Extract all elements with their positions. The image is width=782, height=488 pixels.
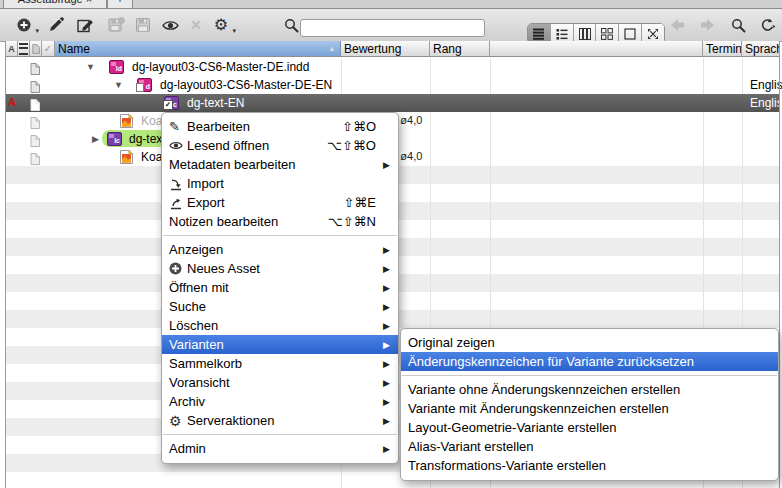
menu-item-admin[interactable]: Admin ▶ — [162, 439, 398, 458]
add-asset-icon — [16, 17, 32, 33]
menu-item-notizen-bearbeiten[interactable]: Notizen bearbeiten ⌥⇧⌘N — [162, 212, 398, 231]
column-page[interactable] — [30, 41, 42, 57]
asset-name: dg-layout03-CS6-Master-DE.indd — [132, 60, 309, 74]
add-asset-button[interactable]: ▾ — [14, 16, 34, 34]
column-termin[interactable]: Termin — [703, 41, 742, 57]
edit-button[interactable] — [46, 16, 66, 34]
add-tab-icon: + — [108, 0, 132, 5]
submenu-arrow-icon: ▶ — [379, 378, 390, 388]
asset-query-window: Assetabfrage × + ▾ ✕ ⚙ ▾ — [0, 0, 782, 488]
search-icon — [284, 18, 299, 33]
save-button[interactable] — [133, 16, 153, 34]
column-spacer[interactable] — [490, 41, 703, 57]
delete-button[interactable]: ✕ — [186, 16, 206, 34]
shortcut: ⇧⌘O — [342, 119, 376, 134]
search-icon — [731, 18, 746, 33]
tab-label: Assetabfrage × — [4, 0, 106, 5]
menu-item-export[interactable]: Export ⇧⌘E — [162, 193, 398, 212]
nav-forward-button[interactable] — [697, 16, 717, 34]
submenu-item-aenderungskennzeichen-zuruecksetzen[interactable]: Änderungskennzeichen für Variante zurück… — [401, 352, 778, 371]
column-rang[interactable]: Rang — [430, 41, 490, 57]
menu-item-lesend-oeffnen[interactable]: Lesend öffnen ⌥⇧⌘O — [162, 136, 398, 155]
column-bewertung[interactable]: Bewertung — [341, 41, 430, 57]
rating-average: ø4,0 — [400, 150, 422, 162]
menu-item-import[interactable]: Import — [162, 174, 398, 193]
submenu-item-alias-variant[interactable]: Alias-Variant erstellen — [401, 437, 778, 456]
column-check[interactable]: ✓ — [42, 41, 55, 57]
menu-item-varianten[interactable]: Varianten ▶ — [162, 335, 398, 354]
submenu-arrow-icon: ▶ — [379, 359, 390, 369]
tab-add-button[interactable]: + — [107, 0, 133, 9]
submenu-arrow-icon: ▶ — [379, 245, 390, 255]
menu-separator — [162, 231, 398, 240]
zoom-search-button[interactable] — [728, 16, 748, 34]
menu-item-voransicht[interactable]: Voransicht ▶ — [162, 373, 398, 392]
search-input[interactable] — [300, 19, 485, 37]
page-overlay-icon — [136, 83, 144, 92]
context-menu: ✎ Bearbeiten ⇧⌘O Lesend öffnen ⌥⇧⌘O Meta… — [161, 112, 399, 464]
submenu-arrow-icon: ▶ — [379, 264, 390, 274]
shortcut: ⇧⌘E — [343, 195, 376, 210]
menu-item-neues-asset[interactable]: Neues Asset ▶ — [162, 259, 398, 278]
menu-item-serveraktionen[interactable]: ⚙ Serveraktionen ▶ — [162, 411, 398, 430]
incopy-file-icon: c✓ — [164, 96, 179, 110]
tab-assetabfrage[interactable]: Assetabfrage × — [3, 0, 107, 9]
table-row-selected[interactable]: A c✓ dg-text-EN English — [6, 94, 779, 112]
refresh-button[interactable] — [757, 16, 777, 34]
expander-open-icon[interactable]: ▼ — [114, 80, 123, 90]
table-row[interactable]: ▼ d dg-layout03-CS6-Master-DE-EN English — [6, 76, 779, 94]
menu-item-suche[interactable]: Suche ▶ — [162, 297, 398, 316]
language-value: English — [750, 78, 782, 92]
table-row[interactable]: ▼ Id dg-layout03-CS6-Master-DE.indd — [6, 58, 779, 76]
save-version-icon — [108, 17, 125, 33]
menu-item-loeschen[interactable]: Löschen ▶ — [162, 316, 398, 335]
shortcut: ⌥⇧⌘O — [327, 138, 376, 153]
view-button[interactable] — [160, 16, 180, 34]
column-sprache-label: Sprache — [742, 42, 779, 56]
nav-back-button[interactable] — [668, 16, 688, 34]
menu-item-anzeigen[interactable]: Anzeigen ▶ — [162, 240, 398, 259]
expander-open-icon[interactable]: ▼ — [86, 62, 95, 72]
actions-button[interactable]: ⚙ ▾ — [211, 16, 231, 34]
tab-close-icon[interactable]: × — [86, 0, 92, 5]
column-sprache[interactable]: Sprache — [742, 41, 779, 57]
menu-item-oeffnen-mit[interactable]: Öffnen mit ▶ — [162, 278, 398, 297]
submenu-arrow-icon: ▶ — [379, 340, 390, 350]
list-column-icon — [18, 43, 29, 55]
forward-icon — [699, 18, 715, 32]
image-file-icon — [120, 150, 135, 164]
refresh-icon — [760, 18, 775, 33]
column-view-icon — [579, 28, 591, 40]
caret-down-icon: ▾ — [35, 27, 39, 35]
check-column-icon: ✓ — [42, 43, 54, 54]
column-termin-label: Termin — [703, 42, 741, 56]
save-icon — [135, 17, 151, 33]
submenu-item-layout-geometrie-variante[interactable]: Layout-Geometrie-Variante erstellen — [401, 418, 778, 437]
edit-metadata-button[interactable] — [76, 16, 96, 34]
submenu-arrow-icon: ▶ — [379, 302, 390, 312]
sort-asc-icon: ▲ — [328, 44, 336, 53]
asset-name: dg-text-EN — [187, 96, 244, 110]
submenu-item-transformations-variante[interactable]: Transformations-Variante erstellen — [401, 456, 778, 475]
menu-separator — [401, 371, 778, 380]
submenu-item-original-zeigen[interactable]: Original zeigen — [401, 333, 778, 352]
import-icon — [169, 177, 187, 191]
column-rang-label: Rang — [430, 42, 462, 56]
asset-name: dg-layout03-CS6-Master-DE-EN — [160, 78, 332, 92]
menu-item-sammelkorb[interactable]: Sammelkorb ▶ — [162, 354, 398, 373]
column-type[interactable]: A — [6, 41, 18, 57]
menu-item-bearbeiten[interactable]: ✎ Bearbeiten ⇧⌘O — [162, 117, 398, 136]
tab-bar: Assetabfrage × + — [0, 0, 782, 9]
export-icon — [169, 196, 187, 210]
submenu-item-variante-ohne-aenderungskennzeichen[interactable]: Variante ohne Änderungskennzeichen erste… — [401, 380, 778, 399]
expander-closed-icon[interactable]: ▶ — [92, 134, 99, 144]
menu-item-archiv[interactable]: Archiv ▶ — [162, 392, 398, 411]
menu-item-metadaten-bearbeiten[interactable]: Metadaten bearbeiten ▶ — [162, 155, 398, 174]
thumbnail-view-icon — [601, 28, 613, 40]
gear-icon: ⚙ — [169, 414, 187, 428]
submenu-arrow-icon: ▶ — [379, 416, 390, 426]
column-name[interactable]: Name ▲ — [55, 41, 341, 57]
submenu-item-variante-mit-aenderungskennzeichen[interactable]: Variante mit Änderungskennzeichen erstel… — [401, 399, 778, 418]
column-list[interactable] — [18, 41, 30, 57]
save-version-button[interactable] — [106, 16, 126, 34]
